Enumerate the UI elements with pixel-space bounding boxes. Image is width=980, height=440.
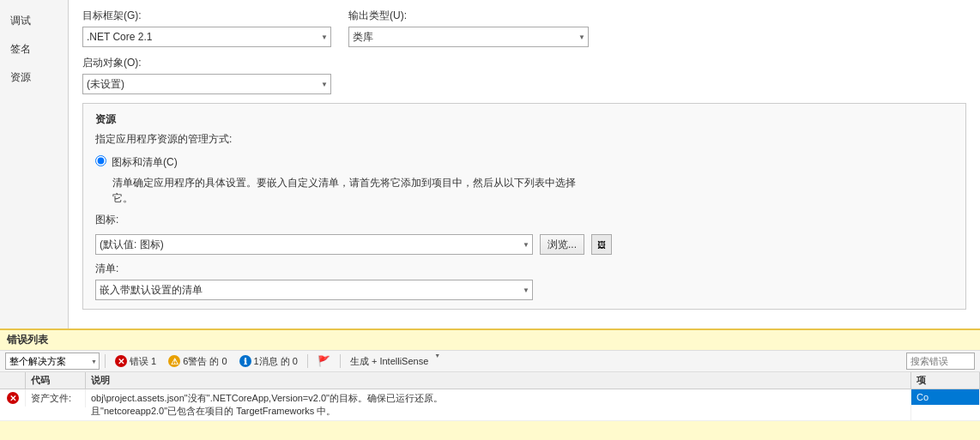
manifest-select-wrapper: 嵌入带默认设置的清单 <box>95 280 533 300</box>
error-row-extra-text: 且"netcoreapp2.0"已包含在项目的 TargetFrameworks… <box>91 406 336 416</box>
error-toolbar: 整个解决方案 ✕ 错误 1 ⚠ 6警告 的 0 ℹ 1消息 的 0 🚩 生成 +… <box>0 351 980 372</box>
search-area <box>906 353 975 370</box>
icon-select-row: (默认值: 图标) 浏览... 🖼 <box>95 234 953 255</box>
browse-button[interactable]: 浏览... <box>540 234 584 255</box>
manifest-select-row: 嵌入带默认设置的清单 <box>95 280 953 300</box>
search-errors-input[interactable] <box>906 353 975 370</box>
startup-object-label: 启动对象(O): <box>82 56 331 70</box>
build-filter-button[interactable]: 生成 + IntelliSense <box>346 353 433 370</box>
manifest-field-row: 清单: <box>95 262 953 276</box>
toolbar-separator-1 <box>105 354 106 368</box>
clear-filter-button[interactable]: 🚩 <box>313 353 335 370</box>
error-section-title: 错误列表 <box>0 330 980 351</box>
error-row-status-icon: ✕ <box>7 392 19 404</box>
error-count-label: 错误 1 <box>130 355 156 368</box>
table-row[interactable]: ✕ 资产文件: obj\project.assets.json"没有".NETC… <box>0 389 980 421</box>
error-filter-select[interactable]: 整个解决方案 <box>5 353 100 370</box>
icon-preview-icon: 🖼 <box>597 240 606 250</box>
col-header-icon <box>0 372 26 389</box>
output-type-select-wrapper: 类库 <box>348 27 589 47</box>
error-row-desc-text: obj\project.assets.json"没有".NETCoreApp,V… <box>91 393 443 403</box>
warning-icon-yellow: ⚠ <box>168 355 180 367</box>
radio-icon-manifest[interactable] <box>95 155 106 166</box>
radio-icon-manifest-desc: 清单确定应用程序的具体设置。要嵌入自定义清单，请首先将它添加到项目中，然后从以下… <box>112 175 953 206</box>
icon-select-wrapper: (默认值: 图标) <box>95 234 533 255</box>
sidebar: 调试 签名 资源 <box>0 0 69 328</box>
error-table-header: 代码 说明 项 <box>0 372 980 389</box>
message-count-label: 1消息 的 0 <box>254 355 298 368</box>
form-row-framework-output: 目标框架(G): .NET Core 2.1 输出类型(U): 类库 <box>82 9 966 47</box>
error-section: 错误列表 整个解决方案 ✕ 错误 1 ⚠ 6警告 的 0 ℹ 1消息 的 0 🚩 <box>0 328 980 440</box>
output-type-label: 输出类型(U): <box>348 9 589 23</box>
error-row-proj: Co <box>911 389 980 405</box>
error-row-code: 资产文件: <box>26 389 86 407</box>
resources-box: 资源 指定应用程序资源的管理方式: 图标和清单(C) 清单确定应用程序的具体设置… <box>82 103 966 310</box>
error-row-desc: obj\project.assets.json"没有".NETCoreApp,V… <box>86 389 911 420</box>
output-type-group: 输出类型(U): 类库 <box>348 9 589 47</box>
build-filter-wrapper[interactable]: 生成 + IntelliSense <box>346 353 440 370</box>
startup-object-select[interactable]: (未设置) <box>82 74 331 94</box>
target-framework-select-wrapper: .NET Core 2.1 <box>82 27 331 47</box>
target-framework-select[interactable]: .NET Core 2.1 <box>82 27 331 47</box>
resources-box-desc: 指定应用程序资源的管理方式: <box>95 132 953 147</box>
startup-object-group: 启动对象(O): (未设置) <box>82 56 331 94</box>
toolbar-separator-2 <box>307 354 308 368</box>
icon-field-label: 图标: <box>95 213 121 227</box>
manifest-select[interactable]: 嵌入带默认设置的清单 <box>95 280 533 300</box>
error-count-badge[interactable]: ✕ 错误 1 <box>111 354 160 369</box>
col-header-proj: 项 <box>911 372 980 389</box>
resources-box-title: 资源 <box>95 112 953 127</box>
startup-object-select-wrapper: (未设置) <box>82 74 331 94</box>
main-area: 调试 签名 资源 目标框架(G): .NET Core 2.1 输出类型(U):… <box>0 0 980 328</box>
content-area: 目标框架(G): .NET Core 2.1 输出类型(U): 类库 启 <box>69 0 980 328</box>
sidebar-item-resources[interactable]: 资源 <box>0 65 68 90</box>
icon-field-row: 图标: <box>95 213 953 227</box>
error-filter-select-wrapper: 整个解决方案 <box>5 353 100 370</box>
target-framework-label: 目标框架(G): <box>82 9 331 23</box>
manifest-field-label: 清单: <box>95 262 121 276</box>
error-icon-red: ✕ <box>115 355 127 367</box>
icon-preview-button[interactable]: 🖼 <box>591 234 612 255</box>
clear-filter-icon: 🚩 <box>318 355 330 367</box>
output-type-select[interactable]: 类库 <box>348 27 589 47</box>
warning-count-label: 6警告 的 0 <box>183 355 227 368</box>
radio-icon-manifest-label: 图标和清单(C) <box>112 155 178 170</box>
sidebar-item-debug[interactable]: 调试 <box>0 9 68 33</box>
form-row-startup: 启动对象(O): (未设置) <box>82 56 966 94</box>
sidebar-item-sign[interactable]: 签名 <box>0 37 68 62</box>
toolbar-separator-3 <box>340 354 341 368</box>
icon-select[interactable]: (默认值: 图标) <box>95 234 533 255</box>
col-header-desc: 说明 <box>86 372 911 389</box>
warning-count-badge[interactable]: ⚠ 6警告 的 0 <box>164 354 231 369</box>
target-framework-group: 目标框架(G): .NET Core 2.1 <box>82 9 331 47</box>
message-count-badge[interactable]: ℹ 1消息 的 0 <box>235 354 302 369</box>
message-icon-blue: ℹ <box>239 355 251 367</box>
col-header-code: 代码 <box>26 372 86 389</box>
radio-row-icon-manifest: 图标和清单(C) <box>95 155 953 170</box>
error-row-icon: ✕ <box>0 389 26 407</box>
